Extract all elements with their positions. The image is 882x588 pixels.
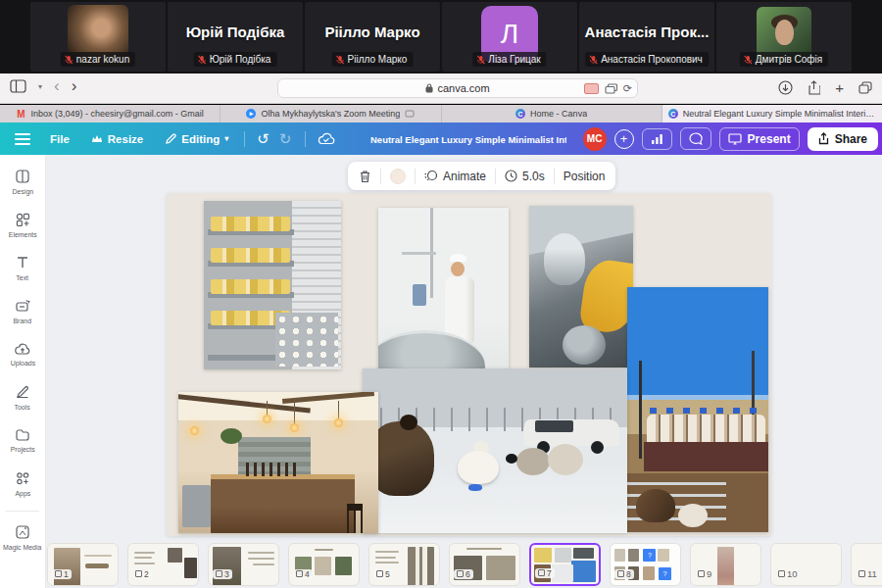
comment-icon bbox=[689, 132, 703, 145]
back-button[interactable]: ‹ bbox=[54, 79, 60, 93]
sidebar-chevron-icon[interactable]: ▾ bbox=[38, 82, 42, 91]
user-avatar[interactable]: MC bbox=[583, 127, 607, 151]
page-thumbnail-5[interactable]: 5 bbox=[368, 543, 440, 586]
comments-button[interactable] bbox=[680, 127, 711, 150]
canva-favicon: C bbox=[668, 109, 678, 119]
participant-name: Юрій Подібка bbox=[210, 54, 271, 65]
page-thumbnail-8[interactable]: ? ? 8 bbox=[610, 543, 681, 586]
page-thumbnail-2[interactable]: 2 bbox=[127, 543, 199, 586]
undo-button[interactable]: ↺ bbox=[257, 130, 270, 148]
mic-muted-icon bbox=[198, 55, 207, 65]
insights-button[interactable] bbox=[642, 128, 672, 150]
page-thumbnail-6[interactable]: 6 bbox=[449, 543, 520, 586]
design-title[interactable]: Neutral Elegant Luxury Simple Minimalist… bbox=[370, 134, 566, 145]
participant-tile[interactable]: Анастасія Прок... Анастасія Прокопович bbox=[579, 2, 714, 72]
sidebar-item-design[interactable]: Design bbox=[0, 161, 45, 204]
participant-name-pill: Ліза Грицак bbox=[472, 52, 546, 67]
participant-tile[interactable]: Дмитрів Софія bbox=[716, 2, 852, 72]
tab-gmail[interactable]: M Inbox (3,049) - cheesiry@gmail.com - G… bbox=[0, 105, 220, 122]
downloads-icon[interactable] bbox=[778, 80, 793, 95]
tab-title: Inbox (3,049) - cheesiry@gmail.com - Gma… bbox=[31, 109, 204, 119]
participant-tile[interactable]: nazar kokun bbox=[30, 2, 166, 72]
chevron-down-icon: ▾ bbox=[224, 134, 228, 143]
photo-steel-sink-milk-can[interactable] bbox=[529, 206, 633, 368]
tab-canva-design[interactable]: C Neutral Elegant Luxury Simple Minimali… bbox=[662, 105, 882, 122]
sidebar-item-uploads[interactable]: Uploads bbox=[0, 333, 45, 376]
design-page[interactable] bbox=[167, 193, 771, 536]
page-number-badge: 2 bbox=[132, 569, 152, 580]
participant-tile[interactable]: Л Ліза Грицак bbox=[442, 2, 577, 72]
page-thumbnail-4[interactable]: 4 bbox=[288, 543, 360, 586]
sidebar-toggle-icon[interactable] bbox=[10, 79, 26, 93]
reload-icon[interactable]: ⟳ bbox=[623, 82, 632, 95]
screen-share-icon bbox=[405, 110, 415, 119]
page-thumbnail-10[interactable]: 10 bbox=[770, 543, 842, 586]
participant-tile[interactable]: Юрій Подібка Юрій Подібка bbox=[168, 2, 303, 72]
photo-sheep-feeding-trailer[interactable] bbox=[627, 287, 768, 532]
home-menu-icon[interactable] bbox=[15, 133, 30, 145]
resize-menu[interactable]: Resize bbox=[91, 133, 143, 145]
clock-icon bbox=[505, 170, 517, 182]
gmail-favicon: M bbox=[17, 109, 26, 119]
editing-mode-menu[interactable]: Editing ▾ bbox=[165, 133, 228, 145]
tabs-icon[interactable] bbox=[858, 81, 872, 94]
position-button[interactable]: Position bbox=[564, 170, 606, 183]
page-number-badge: 6 bbox=[454, 569, 473, 580]
sidebar-item-tools[interactable]: Tools bbox=[0, 376, 45, 419]
color-swatch[interactable] bbox=[390, 169, 406, 184]
sidebar-divider bbox=[6, 511, 39, 512]
page-thumbnail-1[interactable]: 1 bbox=[47, 543, 119, 586]
page-number-badge: 4 bbox=[293, 569, 313, 580]
sidebar-item-text[interactable]: Text bbox=[0, 247, 45, 290]
page-icon bbox=[858, 570, 865, 577]
canva-topbar: File Resize Editing ▾ ↺ ↻ Neutral Elegan… bbox=[0, 122, 882, 155]
file-menu[interactable]: File bbox=[50, 133, 70, 145]
extension-icon[interactable] bbox=[584, 83, 599, 94]
participant-tile[interactable]: Ріілло Марко Ріілло Марко bbox=[305, 2, 440, 72]
page-thumbnail-3[interactable]: 3 bbox=[208, 543, 279, 586]
participant-name-pill: Анастасія Прокопович bbox=[585, 52, 709, 67]
add-member-button[interactable]: + bbox=[614, 129, 634, 149]
brand-icon bbox=[15, 298, 31, 314]
page-thumbnail-11[interactable]: 11 bbox=[851, 543, 882, 586]
sidebar-item-projects[interactable]: Projects bbox=[0, 419, 45, 463]
sidebar-item-magic-media[interactable]: Magic Media bbox=[0, 516, 45, 560]
pencil-icon bbox=[165, 133, 176, 145]
tab-title: Home - Canva bbox=[530, 109, 587, 119]
participant-name: Дмитрів Софія bbox=[756, 54, 822, 65]
share-button[interactable]: Share bbox=[808, 127, 878, 151]
duration-button[interactable]: 5.0s bbox=[505, 170, 545, 183]
page-icon bbox=[216, 570, 222, 577]
delete-icon[interactable] bbox=[359, 170, 371, 183]
sidebar-item-brand[interactable]: Brand bbox=[0, 290, 45, 333]
forward-button[interactable]: › bbox=[72, 79, 77, 93]
photo-sheep-dog-snow[interactable] bbox=[363, 368, 627, 533]
crown-icon bbox=[91, 134, 103, 143]
present-button[interactable]: Present bbox=[719, 127, 800, 151]
mic-muted-icon bbox=[336, 55, 345, 65]
zoom-participant-strip: nazar kokun Юрій Подібка Юрій Подібка Рі… bbox=[0, 0, 882, 74]
tab-overview-icon[interactable] bbox=[605, 83, 617, 94]
page-thumbnail-9[interactable]: 9 bbox=[690, 543, 761, 586]
present-icon bbox=[728, 133, 742, 145]
participant-name-pill: nazar kokun bbox=[61, 52, 135, 67]
address-bar[interactable]: canva.com ⟳ bbox=[277, 78, 638, 98]
page-number-badge: 11 bbox=[856, 568, 880, 580]
page-number-badge: 10 bbox=[775, 568, 801, 580]
page-icon bbox=[457, 570, 464, 577]
design-icon bbox=[15, 169, 30, 184]
share-icon[interactable] bbox=[808, 80, 820, 95]
participant-name: Ріілло Марко bbox=[348, 54, 408, 65]
new-tab-icon[interactable]: + bbox=[835, 79, 844, 96]
page-thumbnail-7-selected[interactable]: 7 bbox=[529, 543, 601, 586]
redo-button[interactable]: ↻ bbox=[279, 130, 292, 148]
sidebar-item-apps[interactable]: Apps bbox=[0, 463, 45, 506]
photo-cafe-interior[interactable] bbox=[178, 392, 378, 533]
page-icon bbox=[135, 570, 142, 577]
tab-title: Olha Mykhaylytska's Zoom Meeting bbox=[261, 109, 400, 119]
tab-canva-home[interactable]: C Home - Canva bbox=[442, 105, 662, 122]
tab-zoom-meeting[interactable]: ▸ Olha Mykhaylytska's Zoom Meeting bbox=[220, 105, 441, 122]
photo-cheese-shelves[interactable] bbox=[204, 201, 341, 369]
sidebar-item-elements[interactable]: Elements bbox=[0, 204, 45, 247]
animate-button[interactable]: Animate bbox=[424, 170, 486, 183]
